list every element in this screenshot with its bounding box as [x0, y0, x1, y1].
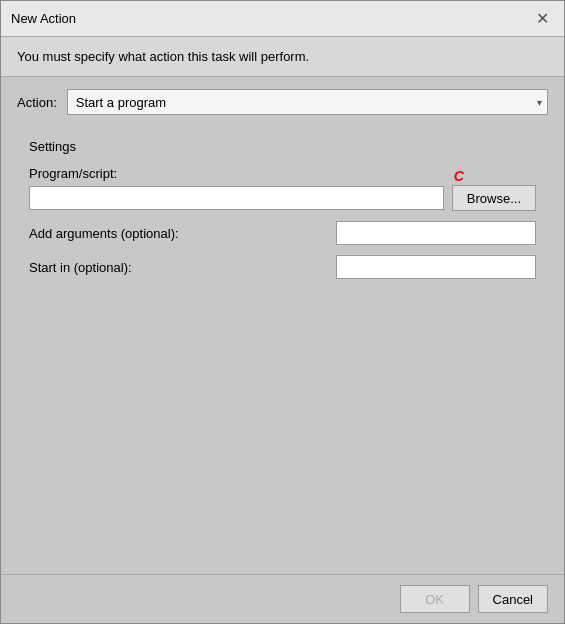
- dialog-body: You must specify what action this task w…: [1, 37, 564, 623]
- close-button[interactable]: ✕: [530, 7, 554, 31]
- warning-text: You must specify what action this task w…: [17, 49, 309, 64]
- action-select-wrapper: Start a program Send an e-mail (deprecat…: [67, 89, 548, 115]
- action-row: Action: Start a program Send an e-mail (…: [17, 89, 548, 115]
- action-label: Action:: [17, 95, 57, 110]
- action-select[interactable]: Start a program Send an e-mail (deprecat…: [67, 89, 548, 115]
- settings-group: Settings Program/script: C Browse... Add…: [17, 129, 548, 562]
- program-script-input[interactable]: [29, 186, 444, 210]
- arguments-input[interactable]: [336, 221, 536, 245]
- add-arguments-label: Add arguments (optional):: [29, 226, 336, 241]
- content-area: Action: Start a program Send an e-mail (…: [1, 77, 564, 574]
- ok-button[interactable]: OK: [400, 585, 470, 613]
- program-script-row: C Browse...: [29, 185, 536, 211]
- start-in-row: Start in (optional):: [29, 255, 536, 279]
- start-in-input[interactable]: [336, 255, 536, 279]
- dialog-footer: OK Cancel: [1, 574, 564, 623]
- browse-button[interactable]: Browse...: [452, 185, 536, 211]
- settings-label: Settings: [29, 139, 536, 154]
- dialog-title: New Action: [11, 11, 76, 26]
- warning-bar: You must specify what action this task w…: [1, 37, 564, 77]
- c-mark: C: [454, 168, 464, 184]
- title-bar: New Action ✕: [1, 1, 564, 37]
- start-in-label: Start in (optional):: [29, 260, 336, 275]
- cancel-button[interactable]: Cancel: [478, 585, 548, 613]
- program-input-wrapper: C: [29, 186, 444, 210]
- new-action-dialog: New Action ✕ You must specify what actio…: [0, 0, 565, 624]
- arguments-row: Add arguments (optional):: [29, 221, 536, 245]
